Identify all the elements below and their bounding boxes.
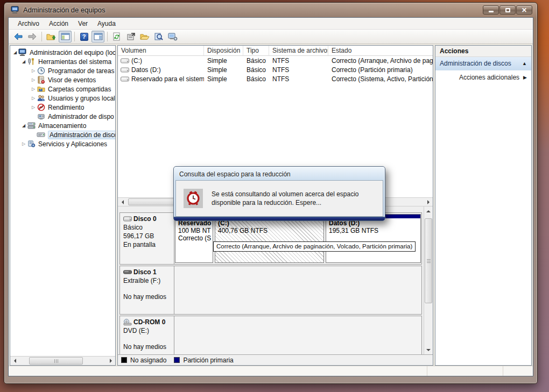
collapsed-icon[interactable] <box>30 105 37 110</box>
tree-item-computer-management[interactable]: Administración del equipo (loc <box>10 48 115 57</box>
column-header-estado[interactable]: Estado <box>328 46 433 55</box>
open-folder-button[interactable] <box>138 31 151 42</box>
window-titlebar[interactable]: Administración de equipos ✕ <box>8 3 533 17</box>
actions-group-disk-management[interactable]: Administración de discos ▲ <box>435 57 531 70</box>
disk1-row[interactable]: Disco 1 Extraíble (F:) No hay medios <box>119 266 422 315</box>
scroll-left-button[interactable] <box>10 357 19 365</box>
tree-item-label: Administración del equipo (loc <box>30 49 115 56</box>
volume-icon <box>121 58 129 63</box>
collapsed-icon[interactable] <box>30 87 37 91</box>
scroll-right-button[interactable] <box>106 357 115 365</box>
tree-item-label: Usuarios y grupos locale <box>48 95 115 102</box>
cdrom-label[interactable]: CD-ROM 0 DVD (E:) No hay medios <box>120 316 174 354</box>
chevron-up-icon[interactable]: ▲ <box>522 61 527 66</box>
legend-label: Partición primaria <box>183 357 233 364</box>
collapsed-icon[interactable] <box>30 77 37 82</box>
maximize-button[interactable] <box>499 5 516 15</box>
column-header-sistema-archivos[interactable]: Sistema de archivos <box>269 46 328 55</box>
disk1-label[interactable]: Disco 1 Extraíble (F:) No hay medios <box>120 266 174 314</box>
tree-item-services-applications[interactable]: Servicios y Aplicaciones <box>10 139 115 148</box>
tree-item-task-scheduler[interactable]: Programador de tareas <box>10 66 115 75</box>
volume-name: Datos (D:) <box>131 66 161 74</box>
tree-item-label: Almacenamiento <box>38 122 86 130</box>
legend-label: No asignado <box>130 357 166 364</box>
show-action-pane-button[interactable] <box>92 31 104 42</box>
dialog-titlebar[interactable]: Consulta del espacio para la reducción <box>175 168 383 180</box>
volume-row-reservado[interactable]: Reservado para el sistema Simple Básico … <box>118 74 433 83</box>
actions-group-label: Administración de discos <box>440 60 511 67</box>
actions-panel: Acciones Administración de discos ▲ Acci… <box>435 45 532 366</box>
refresh-button[interactable] <box>110 31 123 42</box>
partition-reservado[interactable]: Reservado 100 MB NT Correcto (S <box>175 214 213 263</box>
disk-graphical-view: Disco 0 Básico 596,17 GB En pantalla <box>118 206 433 365</box>
toolbar: ? <box>9 30 533 44</box>
tree-item-device-manager[interactable]: Administrador de dispo <box>10 112 115 121</box>
disk-type: Extraíble (F:) <box>123 277 173 284</box>
volume-type: Básico <box>243 75 269 83</box>
menu-archivo[interactable]: Archivo <box>13 18 44 29</box>
action-pane-icon <box>94 33 103 40</box>
disk-name: CD-ROM 0 <box>133 318 165 326</box>
minimize-button[interactable] <box>483 5 499 15</box>
collapsed-icon[interactable] <box>20 141 27 146</box>
scrollbar-track[interactable] <box>19 357 106 365</box>
volume-status: Correcto (Sistema, Activo, Partición p <box>328 75 433 83</box>
folder-up-icon <box>46 33 56 41</box>
scroll-left-button[interactable] <box>118 198 127 206</box>
expanded-icon[interactable] <box>20 59 27 64</box>
column-header-volumen[interactable]: Volumen <box>118 46 204 55</box>
toolbar-separator <box>107 32 108 41</box>
users-icon <box>37 94 46 102</box>
clock-icon <box>37 67 46 75</box>
export-list-button[interactable] <box>124 31 137 42</box>
menu-bar: Archivo Acción Ver Ayuda <box>9 18 533 30</box>
tree-item-system-tools[interactable]: Herramientas del sistema <box>10 57 115 66</box>
volume-row-c[interactable]: (C:) Simple Básico NTFS Correcto (Arranq… <box>118 56 433 65</box>
tree-item-performance[interactable]: Rendimiento <box>10 103 115 112</box>
partition-size: 400,76 GB NTFS <box>218 227 321 234</box>
collapsed-icon[interactable] <box>30 96 37 101</box>
partition-legend: No asignado Partición primaria <box>118 354 433 365</box>
collapsed-icon[interactable] <box>30 68 37 73</box>
scrollbar-thumb[interactable] <box>425 218 432 303</box>
expanded-icon[interactable] <box>12 50 18 55</box>
tree-item-local-users-groups[interactable]: Usuarios y grupos locale <box>10 94 115 103</box>
actions-header: Acciones <box>435 46 531 57</box>
tree-item-label: Carpetas compartidas <box>48 85 111 93</box>
close-button[interactable]: ✕ <box>516 5 532 15</box>
unallocated-swatch <box>121 357 127 363</box>
partition-c[interactable]: (C:) 400,76 GB NTFS <box>215 214 324 263</box>
grip-icon <box>54 359 58 363</box>
menu-ver[interactable]: Ver <box>73 18 93 29</box>
back-button[interactable] <box>12 31 25 42</box>
menu-ayuda[interactable]: Ayuda <box>93 18 121 29</box>
rescan-disks-button[interactable] <box>166 31 179 42</box>
tree-item-storage[interactable]: Almacenamiento <box>10 121 115 130</box>
scroll-down-button[interactable] <box>424 345 433 354</box>
column-header-disposicion[interactable]: Disposición <box>204 46 243 55</box>
computer-gear-icon <box>168 33 178 41</box>
forward-button[interactable] <box>26 31 39 42</box>
help-button[interactable]: ? <box>78 31 90 42</box>
search-button[interactable] <box>152 31 165 42</box>
tree-horizontal-scrollbar[interactable] <box>10 356 115 365</box>
expanded-icon[interactable] <box>20 123 27 128</box>
volume-row-datos[interactable]: Datos (D:) Simple Básico NTFS Correcto (… <box>118 65 433 74</box>
scroll-up-button[interactable] <box>424 206 433 216</box>
cdrom-row[interactable]: CD-ROM 0 DVD (E:) No hay medios <box>119 316 422 354</box>
tree-item-shared-folders[interactable]: Carpetas compartidas <box>10 84 115 94</box>
tree-item-disk-management[interactable]: Administración de disco <box>10 130 115 139</box>
tree-item-event-viewer[interactable]: Visor de eventos <box>10 75 115 84</box>
menu-accion[interactable]: Acción <box>44 18 73 29</box>
partition-datos[interactable]: Datos (D:) 195,31 GB NTFS <box>326 214 421 263</box>
actions-item-additional[interactable]: Acciones adicionales ▶ <box>435 70 531 84</box>
column-header-tipo[interactable]: Tipo <box>243 46 269 55</box>
storage-icon <box>27 122 36 130</box>
maximize-icon <box>505 8 510 12</box>
show-console-tree-button[interactable] <box>59 31 72 42</box>
scroll-right-button[interactable] <box>424 198 433 206</box>
scrollbar-thumb[interactable] <box>29 357 83 365</box>
disk0-label[interactable]: Disco 0 Básico 596,17 GB En pantalla <box>120 213 174 264</box>
up-one-level-button[interactable] <box>45 31 58 42</box>
disk-view-vertical-scrollbar[interactable] <box>424 206 433 354</box>
